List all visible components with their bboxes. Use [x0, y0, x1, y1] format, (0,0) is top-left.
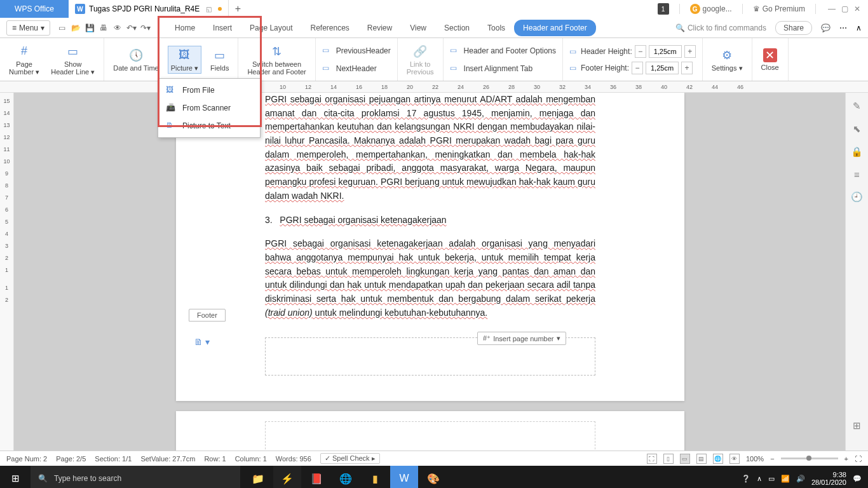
google-account[interactable]: Ggoogle... — [690, 4, 732, 14]
app1-icon[interactable]: ⚡ — [273, 466, 301, 488]
align-tab-button[interactable]: ▭Insert Alignment Tab — [450, 62, 533, 75]
fh-minus-button[interactable]: − — [632, 62, 643, 74]
eye-icon[interactable]: 👁 — [729, 454, 740, 464]
dd-from-file[interactable]: 🖼From File — [158, 81, 260, 99]
reading-view-icon[interactable]: ▯ — [663, 454, 674, 464]
select-icon[interactable]: ⬉ — [853, 123, 861, 135]
redo-icon[interactable]: ↷▾ — [139, 22, 152, 34]
volume-icon[interactable]: 🔊 — [796, 475, 805, 483]
taskbar-search[interactable]: 🔍 Type here to search — [31, 466, 240, 488]
zoom-in-button[interactable]: + — [844, 455, 848, 463]
fullscreen-icon[interactable]: ⛶ — [647, 454, 657, 464]
feedback-icon[interactable]: 💬 — [821, 24, 831, 32]
tab-header-footer[interactable]: Header and Footer — [514, 20, 596, 36]
tab-view[interactable]: View — [401, 20, 435, 36]
new-icon[interactable]: ▭ — [55, 22, 68, 34]
tab-insert[interactable]: Insert — [204, 20, 241, 36]
tray-up-icon[interactable]: ∧ — [757, 475, 762, 483]
battery-icon[interactable]: ▭ — [768, 475, 775, 483]
document-canvas[interactable]: PGRI sebagai organisasi pejuangan artiny… — [14, 93, 845, 451]
hf-options-button[interactable]: ▭Header and Footer Options — [450, 44, 556, 57]
tab-references[interactable]: References — [301, 20, 358, 36]
tab-page-layout[interactable]: Page Layout — [241, 20, 301, 36]
fields-button[interactable]: ▭Fields — [208, 46, 231, 73]
switch-hf-button[interactable]: ⇅Switch betweenHeader and Footer — [245, 43, 308, 77]
close-hf-button[interactable]: ✕Close — [759, 47, 782, 72]
tab-review[interactable]: Review — [358, 20, 401, 36]
properties-icon[interactable]: ⊞ — [853, 420, 861, 431]
collapse-ribbon-icon[interactable]: ∧ — [856, 24, 862, 32]
share-button[interactable]: Share — [775, 21, 812, 35]
settings-button[interactable]: ⚙Settings ▾ — [709, 46, 745, 73]
zoom-out-button[interactable]: − — [770, 455, 774, 463]
pencil-icon[interactable]: ✎ — [853, 100, 861, 112]
more-icon[interactable]: ⋯ — [839, 24, 847, 32]
fit-page-icon[interactable]: ⛶ — [855, 455, 862, 463]
new-tab-button[interactable]: + — [229, 3, 247, 15]
print-view-icon[interactable]: ▭ — [680, 454, 690, 464]
sb-page[interactable]: Page: 2/5 — [56, 455, 86, 463]
hh-plus-button[interactable]: + — [684, 45, 696, 58]
note-icon[interactable]: ▮ — [361, 466, 389, 488]
footer-height-input[interactable] — [646, 62, 679, 74]
minimize-button[interactable]: — — [826, 3, 837, 15]
tab-section[interactable]: Section — [435, 20, 478, 36]
footer-area[interactable]: #⁺Insert page number ▾ — [265, 337, 595, 376]
sb-words[interactable]: Words: 956 — [276, 455, 311, 463]
command-search[interactable]: 🔍 Click to find commands — [675, 24, 766, 32]
document-body[interactable]: PGRI sebagai organisasi pejuangan artiny… — [208, 93, 653, 320]
maximize-button[interactable]: ▢ — [839, 3, 850, 15]
restore-icon[interactable]: ◱ — [206, 6, 212, 13]
undo-icon[interactable]: ↶▾ — [125, 22, 138, 34]
zoom-slider[interactable] — [781, 458, 838, 459]
document-tab[interactable]: W Tugas SPJD PGRI Nurulita_R4E ◱ — [69, 0, 229, 18]
sb-page-num[interactable]: Page Num: 2 — [6, 455, 47, 463]
header-line-button[interactable]: ▭ShowHeader Line ▾ — [48, 43, 97, 77]
clock[interactable]: 9:3828/01/2020 — [811, 471, 846, 486]
horizontal-ruler[interactable]: 2468101214161820222426283032343638404244… — [0, 81, 868, 93]
chrome-icon[interactable]: 🌐 — [332, 466, 360, 488]
go-premium-button[interactable]: ♛ Go Premium — [753, 4, 805, 13]
history-icon[interactable]: 🕘 — [851, 191, 863, 203]
date-time-button[interactable]: 🕔Date and Time — [111, 46, 161, 73]
print-icon[interactable]: 🖶 — [97, 22, 110, 34]
web-view-icon[interactable]: 🌐 — [713, 454, 723, 464]
wps-task-icon[interactable]: W — [390, 466, 418, 488]
help-icon[interactable]: ❔ — [742, 475, 750, 483]
page-number-button[interactable]: #PageNumber ▾ — [6, 43, 42, 77]
footer-page-icon[interactable]: 🗎 ▾ — [194, 337, 210, 347]
open-icon[interactable]: 📂 — [69, 22, 82, 34]
hh-minus-button[interactable]: − — [635, 45, 646, 58]
zoom-value[interactable]: 100% — [746, 455, 764, 463]
notification-badge[interactable]: 1 — [658, 3, 669, 15]
explorer-icon[interactable]: 📁 — [244, 466, 272, 488]
fh-plus-button[interactable]: + — [681, 62, 693, 74]
next-header-button[interactable]: ▭NextHeader — [322, 62, 377, 75]
start-button[interactable]: ⊞ — [0, 466, 31, 488]
tab-tools[interactable]: Tools — [478, 20, 514, 36]
wifi-icon[interactable]: 📶 — [781, 475, 790, 483]
header-line-icon: ▭ — [65, 44, 81, 59]
previous-header-button[interactable]: ▭PreviousHeader — [322, 44, 391, 57]
app2-icon[interactable]: 📕 — [302, 466, 330, 488]
header-height-input[interactable] — [649, 45, 682, 58]
outline-view-icon[interactable]: ▤ — [696, 454, 707, 464]
notifications-icon[interactable]: 💬 — [853, 475, 862, 483]
dd-picture-to-text[interactable]: 🗎Picture to Text — [158, 117, 260, 135]
lock-icon[interactable]: 🔒 — [851, 146, 863, 158]
menu-button[interactable]: ≡ Menu ▾ — [6, 20, 50, 36]
paint-icon[interactable]: 🎨 — [419, 466, 447, 488]
print-preview-icon[interactable]: 👁 — [111, 22, 124, 34]
header-height-icon: ▭ — [569, 47, 578, 56]
sb-section[interactable]: Section: 1/1 — [95, 455, 132, 463]
close-window-button[interactable]: ✕ — [851, 3, 863, 15]
tab-home[interactable]: Home — [166, 20, 204, 36]
dd-from-scanner[interactable]: 📠From Scanner — [158, 99, 260, 117]
save-icon[interactable]: 💾 — [83, 22, 96, 34]
sb-spell-check[interactable]: ✓ Spell Check ▸ — [320, 453, 380, 464]
header-area[interactable] — [265, 421, 595, 451]
paragraph-icon[interactable]: ≡ — [854, 169, 860, 180]
insert-page-number-button[interactable]: #⁺Insert page number ▾ — [477, 332, 566, 345]
vertical-ruler[interactable]: 15141312111098765432112 — [0, 93, 14, 451]
picture-button[interactable]: 🖼Picture ▾ — [168, 46, 201, 74]
